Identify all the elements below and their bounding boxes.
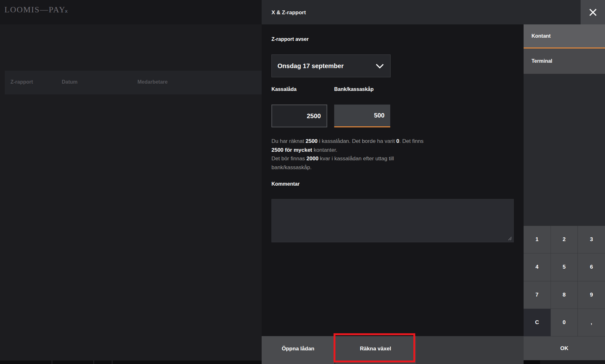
toolbar-divider — [112, 361, 112, 364]
modal-header: X & Z-rapport — [262, 0, 581, 24]
count-message: Du har räknat 2500 i kassalådan. Det bor… — [271, 137, 455, 172]
count-change-button[interactable]: Räkna växel — [334, 336, 416, 364]
chevron-down-icon — [376, 64, 384, 68]
drawer-label: Kassalåda — [271, 86, 296, 92]
comment-label: Kommentar — [271, 181, 300, 187]
open-drawer-button[interactable]: Öppna lådan — [262, 336, 334, 364]
tab-terminal[interactable]: Terminal — [524, 48, 605, 74]
column-header-z-rapport: Z-rapport — [10, 79, 33, 85]
payment-sidebar: Kontant Terminal 123456789C0, OK — [524, 0, 605, 364]
sidebar-bottom-strip — [524, 360, 605, 364]
date-dropdown[interactable]: Onsdag 17 september — [271, 54, 391, 77]
toolbar-divider — [52, 361, 52, 364]
bottom-toolbar — [0, 361, 262, 364]
footer-filler — [416, 336, 524, 364]
modal-body: Z-rapport avser Onsdag 17 september Kass… — [262, 24, 524, 336]
report-list-header: Z-rapportDatumMedarbetare — [5, 71, 262, 94]
keypad-key-9[interactable]: 9 — [578, 281, 605, 309]
modal-title: X & Z-rapport — [271, 10, 306, 16]
loomis-pay-logo: LOOMIS—PAY — [4, 5, 66, 15]
keypad-key-3[interactable]: 3 — [578, 226, 605, 253]
keypad-key-7[interactable]: 7 — [524, 281, 551, 309]
count-message-line: Du har räknat 2500 i kassalådan. Det bor… — [271, 137, 455, 146]
count-message-line: 2500 för mycket kontanter. — [271, 146, 455, 155]
count-message-line: Det bör finnas 2000 kvar i kassalådan ef… — [271, 154, 455, 163]
keypad-key-2[interactable]: 2 — [551, 226, 578, 253]
close-button[interactable] — [581, 0, 605, 24]
keypad-key-comma[interactable]: , — [578, 309, 605, 336]
column-header-medarbetare: Medarbetare — [137, 79, 168, 85]
close-icon — [588, 8, 598, 17]
count-message-line: bank/kassaskåp. — [271, 163, 455, 172]
ok-button[interactable]: OK — [524, 336, 605, 360]
bank-safe-label: Bank/kassaskåp — [334, 86, 374, 92]
keypad-key-1[interactable]: 1 — [524, 226, 551, 253]
date-label: Z-rapport avser — [271, 36, 309, 42]
bank-safe-amount-input[interactable]: 500 — [334, 105, 390, 127]
numeric-keypad: 123456789C0, — [524, 226, 605, 336]
tab-x[interactable]: x — [65, 8, 67, 14]
keypad-key-5[interactable]: 5 — [551, 253, 578, 281]
keypad-key-8[interactable]: 8 — [551, 281, 578, 309]
keypad-key-0[interactable]: 0 — [551, 309, 578, 336]
date-dropdown-value: Onsdag 17 september — [277, 62, 344, 70]
tab-kontant[interactable]: Kontant — [524, 24, 605, 48]
modal-footer: Öppna lådan Räkna växel — [262, 336, 524, 364]
toolbar-divider — [93, 361, 94, 364]
sidebar-bottom-segment — [524, 360, 540, 364]
drawer-amount-input[interactable]: 2500 — [271, 105, 327, 127]
keypad-key-4[interactable]: 4 — [524, 253, 551, 281]
resize-handle-icon[interactable] — [507, 236, 512, 240]
column-header-datum: Datum — [62, 79, 78, 85]
comment-textarea[interactable] — [271, 199, 514, 242]
keypad-key-c[interactable]: C — [524, 309, 551, 336]
pos-screen: LOOMIS—PAY x Z-rapportDatumMedarbetare X… — [0, 0, 605, 364]
keypad-key-6[interactable]: 6 — [578, 253, 605, 281]
